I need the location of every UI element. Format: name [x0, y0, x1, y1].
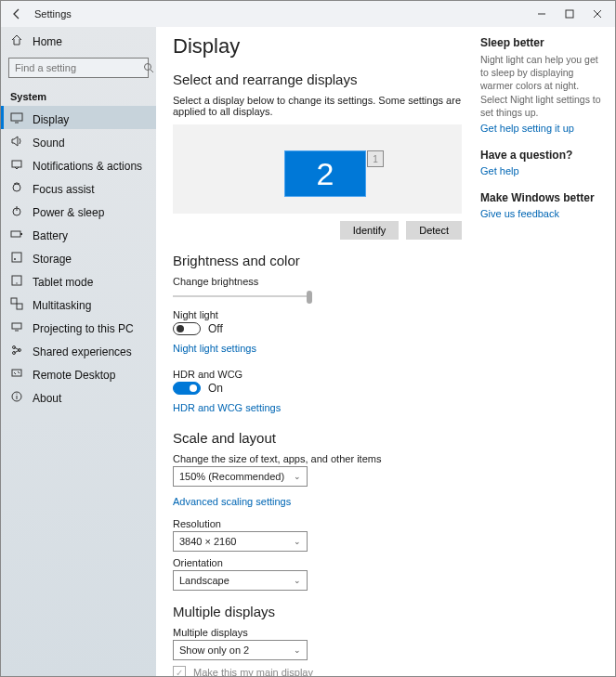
- sidebar-item-tablet-mode[interactable]: Tablet mode: [1, 268, 156, 292]
- sleep-better-link[interactable]: Get help setting it up: [480, 123, 574, 134]
- resolution-label: Resolution: [173, 518, 462, 529]
- sidebar-item-label: Display: [33, 113, 69, 126]
- svg-rect-12: [12, 253, 21, 262]
- sidebar-item-projecting-to-this-pc[interactable]: Projecting to this PC: [1, 315, 156, 338]
- arrange-desc: Select a display below to change its set…: [173, 95, 462, 117]
- multiple-displays-heading: Multiple displays: [173, 604, 462, 619]
- home-icon: [10, 33, 23, 46]
- detect-button[interactable]: Detect: [406, 221, 462, 240]
- window-title: Settings: [34, 8, 72, 20]
- storage-icon: [10, 251, 23, 264]
- svg-line-3: [151, 70, 153, 72]
- nightlight-toggle[interactable]: [173, 322, 201, 335]
- scale-select[interactable]: 150% (Recommended) ⌄: [173, 466, 308, 487]
- sidebar-item-label: About: [33, 392, 61, 405]
- svg-point-2: [145, 64, 151, 71]
- multiple-displays-select[interactable]: Show only on 2 ⌄: [173, 640, 308, 660]
- display-arrangement[interactable]: 2 1: [173, 124, 462, 214]
- main-content: Display Select and rearrange displays Se…: [156, 27, 480, 677]
- remote-icon: [10, 367, 23, 380]
- nightlight-settings-link[interactable]: Night light settings: [173, 343, 256, 354]
- back-button[interactable]: [5, 7, 29, 20]
- chevron-down-icon: ⌄: [294, 576, 301, 585]
- checkbox-icon: ✓: [173, 666, 186, 677]
- orientation-value: Landscape: [179, 575, 229, 586]
- project-icon: [10, 320, 23, 333]
- display-icon: [10, 111, 23, 124]
- monitor-1[interactable]: 1: [367, 150, 384, 167]
- notif-icon: [10, 158, 23, 171]
- svg-rect-1: [566, 10, 573, 18]
- brightness-slider[interactable]: [173, 289, 312, 304]
- resolution-select[interactable]: 3840 × 2160 ⌄: [173, 531, 308, 552]
- multitask-icon: [10, 297, 23, 310]
- about-icon: [10, 390, 23, 403]
- sidebar-item-label: Remote Desktop: [33, 369, 115, 382]
- search-field[interactable]: [15, 62, 143, 73]
- sidebar-item-focus-assist[interactable]: Focus assist: [1, 176, 156, 199]
- orientation-select[interactable]: Landscape ⌄: [173, 570, 308, 591]
- search-input[interactable]: [8, 58, 149, 78]
- scale-label: Change the size of text, apps, and other…: [173, 453, 462, 464]
- sidebar-home[interactable]: Home: [1, 27, 156, 53]
- aside-panel: Sleep better Night light can help you ge…: [480, 27, 615, 677]
- identify-button[interactable]: Identify: [340, 221, 399, 240]
- feedback-link[interactable]: Give us feedback: [480, 208, 559, 219]
- sidebar-item-label: Power & sleep: [33, 206, 104, 219]
- maximize-button[interactable]: [556, 1, 583, 27]
- tablet-icon: [10, 274, 23, 287]
- sleep-better-body: Night light can help you get to sleep by…: [480, 53, 608, 119]
- orientation-label: Orientation: [173, 557, 462, 568]
- sidebar-item-label: Sound: [33, 137, 65, 150]
- brightness-heading: Brightness and color: [173, 253, 462, 268]
- sidebar-item-label: Notifications & actions: [33, 160, 142, 173]
- titlebar: Settings: [1, 1, 615, 27]
- sidebar-item-display[interactable]: Display: [1, 106, 156, 129]
- sidebar-item-battery[interactable]: Battery: [1, 222, 156, 245]
- multiple-displays-value: Show only on 2: [179, 644, 249, 656]
- multiple-displays-label: Multiple displays: [173, 627, 462, 638]
- battery-icon: [10, 228, 23, 241]
- hdr-settings-link[interactable]: HDR and WCG settings: [173, 402, 281, 413]
- sidebar-item-remote-desktop[interactable]: Remote Desktop: [1, 361, 156, 384]
- sidebar-item-label: Shared experiences: [33, 345, 132, 358]
- sidebar-item-multitasking[interactable]: Multitasking: [1, 292, 156, 315]
- sidebar-item-label: Battery: [33, 229, 68, 242]
- chevron-down-icon: ⌄: [294, 645, 301, 655]
- sidebar-item-notifications-actions[interactable]: Notifications & actions: [1, 152, 156, 176]
- hdr-state: On: [208, 382, 223, 395]
- get-help-link[interactable]: Get help: [480, 165, 519, 176]
- monitor-2[interactable]: 2: [284, 150, 366, 197]
- main-display-label: Make this my main display: [193, 667, 313, 677]
- svg-rect-10: [11, 231, 20, 237]
- sound-icon: [10, 135, 23, 148]
- hdr-toggle[interactable]: [173, 382, 201, 395]
- arrange-heading: Select and rearrange displays: [173, 72, 462, 87]
- question-heading: Have a question?: [480, 149, 608, 162]
- sidebar-item-about[interactable]: About: [1, 384, 156, 408]
- svg-rect-11: [20, 233, 22, 235]
- sidebar-item-storage[interactable]: Storage: [1, 245, 156, 268]
- sidebar-item-label: Multitasking: [33, 299, 91, 312]
- sidebar-item-label: Storage: [33, 253, 72, 266]
- svg-rect-6: [12, 161, 21, 167]
- chevron-down-icon: ⌄: [294, 472, 301, 481]
- sidebar: Home System DisplaySoundNotifications & …: [1, 27, 156, 677]
- scale-value: 150% (Recommended): [179, 471, 284, 482]
- advanced-scaling-link[interactable]: Advanced scaling settings: [173, 496, 291, 507]
- sidebar-item-power-sleep[interactable]: Power & sleep: [1, 199, 156, 222]
- svg-rect-4: [11, 113, 22, 121]
- minimize-button[interactable]: [528, 1, 556, 27]
- page-title: Display: [173, 34, 462, 59]
- shared-icon: [10, 344, 23, 357]
- scale-heading: Scale and layout: [173, 430, 462, 446]
- slider-thumb[interactable]: [307, 291, 312, 304]
- sidebar-category: System: [1, 85, 156, 106]
- sidebar-item-sound[interactable]: Sound: [1, 129, 156, 152]
- sidebar-item-label: Tablet mode: [33, 276, 93, 289]
- svg-rect-22: [12, 370, 21, 376]
- chevron-down-icon: ⌄: [294, 537, 301, 546]
- sidebar-item-shared-experiences[interactable]: Shared experiences: [1, 338, 156, 361]
- hdr-label: HDR and WCG: [173, 369, 462, 380]
- close-button[interactable]: [583, 1, 611, 27]
